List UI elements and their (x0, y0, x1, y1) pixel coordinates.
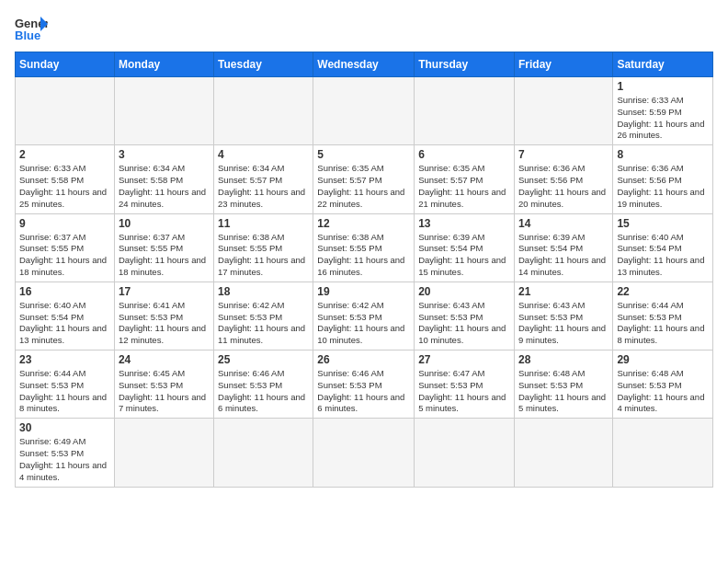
day-number: 6 (418, 148, 510, 161)
day-info: Sunrise: 6:40 AM Sunset: 5:54 PM Dayligh… (617, 232, 709, 279)
calendar-cell: 1Sunrise: 6:33 AM Sunset: 5:59 PM Daylig… (613, 77, 713, 145)
day-number: 19 (317, 285, 410, 298)
calendar-cell: 23Sunrise: 6:44 AM Sunset: 5:53 PM Dayli… (16, 350, 115, 419)
day-info: Sunrise: 6:39 AM Sunset: 5:54 PM Dayligh… (518, 232, 609, 279)
day-info: Sunrise: 6:41 AM Sunset: 5:53 PM Dayligh… (119, 300, 210, 347)
day-number: 5 (317, 148, 410, 161)
day-number: 10 (119, 217, 210, 230)
day-number: 13 (418, 217, 510, 230)
calendar-cell: 5Sunrise: 6:35 AM Sunset: 5:57 PM Daylig… (313, 145, 415, 213)
weekday-header-saturday: Saturday (613, 52, 713, 77)
day-info: Sunrise: 6:34 AM Sunset: 5:58 PM Dayligh… (119, 163, 210, 210)
calendar-cell: 14Sunrise: 6:39 AM Sunset: 5:54 PM Dayli… (514, 213, 612, 282)
calendar-cell (214, 77, 313, 145)
day-number: 11 (218, 217, 309, 230)
day-info: Sunrise: 6:43 AM Sunset: 5:53 PM Dayligh… (518, 300, 609, 347)
day-info: Sunrise: 6:38 AM Sunset: 5:55 PM Dayligh… (317, 232, 410, 279)
day-info: Sunrise: 6:37 AM Sunset: 5:55 PM Dayligh… (119, 232, 210, 279)
day-number: 17 (119, 285, 210, 298)
day-number: 15 (617, 217, 709, 230)
day-info: Sunrise: 6:46 AM Sunset: 5:53 PM Dayligh… (218, 368, 309, 415)
calendar-cell: 8Sunrise: 6:36 AM Sunset: 5:56 PM Daylig… (613, 145, 713, 213)
svg-text:Blue: Blue (15, 29, 40, 42)
day-number: 18 (218, 285, 309, 298)
calendar-cell (114, 77, 213, 145)
page-header: General Blue (15, 15, 713, 42)
day-info: Sunrise: 6:35 AM Sunset: 5:57 PM Dayligh… (317, 163, 410, 210)
day-number: 9 (19, 217, 110, 230)
calendar-cell: 26Sunrise: 6:46 AM Sunset: 5:53 PM Dayli… (313, 350, 415, 419)
calendar-cell: 15Sunrise: 6:40 AM Sunset: 5:54 PM Dayli… (613, 213, 713, 282)
day-info: Sunrise: 6:40 AM Sunset: 5:54 PM Dayligh… (19, 300, 110, 347)
calendar-cell: 19Sunrise: 6:42 AM Sunset: 5:53 PM Dayli… (313, 282, 415, 350)
day-number: 29 (617, 353, 709, 366)
calendar-week-3: 9Sunrise: 6:37 AM Sunset: 5:55 PM Daylig… (16, 213, 713, 282)
calendar-cell: 30Sunrise: 6:49 AM Sunset: 5:53 PM Dayli… (16, 419, 115, 487)
day-info: Sunrise: 6:34 AM Sunset: 5:57 PM Dayligh… (218, 163, 309, 210)
weekday-header-thursday: Thursday (415, 52, 515, 77)
calendar-week-6: 30Sunrise: 6:49 AM Sunset: 5:53 PM Dayli… (16, 419, 713, 487)
day-info: Sunrise: 6:42 AM Sunset: 5:53 PM Dayligh… (218, 300, 309, 347)
calendar-cell: 16Sunrise: 6:40 AM Sunset: 5:54 PM Dayli… (16, 282, 115, 350)
day-number: 28 (518, 353, 609, 366)
calendar-cell: 27Sunrise: 6:47 AM Sunset: 5:53 PM Dayli… (415, 350, 515, 419)
calendar-cell (214, 419, 313, 487)
day-number: 24 (119, 353, 210, 366)
calendar-cell: 2Sunrise: 6:33 AM Sunset: 5:58 PM Daylig… (16, 145, 115, 213)
logo-icon: General Blue (15, 15, 48, 42)
day-info: Sunrise: 6:44 AM Sunset: 5:53 PM Dayligh… (617, 300, 709, 347)
day-number: 30 (19, 421, 110, 434)
day-number: 4 (218, 148, 309, 161)
logo: General Blue (15, 15, 48, 42)
day-number: 16 (19, 285, 110, 298)
weekday-header-friday: Friday (514, 52, 612, 77)
calendar-cell: 29Sunrise: 6:48 AM Sunset: 5:53 PM Dayli… (613, 350, 713, 419)
day-info: Sunrise: 6:36 AM Sunset: 5:56 PM Dayligh… (518, 163, 609, 210)
calendar-cell: 11Sunrise: 6:38 AM Sunset: 5:55 PM Dayli… (214, 213, 313, 282)
calendar-cell: 20Sunrise: 6:43 AM Sunset: 5:53 PM Dayli… (415, 282, 515, 350)
calendar-week-1: 1Sunrise: 6:33 AM Sunset: 5:59 PM Daylig… (16, 77, 713, 145)
calendar-cell: 22Sunrise: 6:44 AM Sunset: 5:53 PM Dayli… (613, 282, 713, 350)
day-info: Sunrise: 6:48 AM Sunset: 5:53 PM Dayligh… (518, 368, 609, 415)
calendar-cell: 9Sunrise: 6:37 AM Sunset: 5:55 PM Daylig… (16, 213, 115, 282)
day-number: 23 (19, 353, 110, 366)
calendar-cell: 21Sunrise: 6:43 AM Sunset: 5:53 PM Dayli… (514, 282, 612, 350)
day-info: Sunrise: 6:46 AM Sunset: 5:53 PM Dayligh… (317, 368, 410, 415)
weekday-header-tuesday: Tuesday (214, 52, 313, 77)
day-info: Sunrise: 6:48 AM Sunset: 5:53 PM Dayligh… (617, 368, 709, 415)
calendar-cell (514, 77, 612, 145)
day-info: Sunrise: 6:45 AM Sunset: 5:53 PM Dayligh… (119, 368, 210, 415)
weekday-header-wednesday: Wednesday (313, 52, 415, 77)
day-info: Sunrise: 6:47 AM Sunset: 5:53 PM Dayligh… (418, 368, 510, 415)
calendar-cell (415, 77, 515, 145)
day-number: 1 (617, 80, 709, 93)
calendar-cell (613, 419, 713, 487)
day-number: 2 (19, 148, 110, 161)
day-number: 27 (418, 353, 510, 366)
calendar-cell (16, 77, 115, 145)
day-number: 22 (617, 285, 709, 298)
day-number: 26 (317, 353, 410, 366)
day-info: Sunrise: 6:43 AM Sunset: 5:53 PM Dayligh… (418, 300, 510, 347)
calendar-cell: 3Sunrise: 6:34 AM Sunset: 5:58 PM Daylig… (114, 145, 213, 213)
calendar-cell (313, 77, 415, 145)
day-info: Sunrise: 6:37 AM Sunset: 5:55 PM Dayligh… (19, 232, 110, 279)
calendar-cell: 18Sunrise: 6:42 AM Sunset: 5:53 PM Dayli… (214, 282, 313, 350)
calendar-header-row: SundayMondayTuesdayWednesdayThursdayFrid… (16, 52, 713, 77)
calendar-cell (313, 419, 415, 487)
calendar-week-2: 2Sunrise: 6:33 AM Sunset: 5:58 PM Daylig… (16, 145, 713, 213)
calendar-cell: 17Sunrise: 6:41 AM Sunset: 5:53 PM Dayli… (114, 282, 213, 350)
day-info: Sunrise: 6:39 AM Sunset: 5:54 PM Dayligh… (418, 232, 510, 279)
calendar-table: SundayMondayTuesdayWednesdayThursdayFrid… (15, 52, 713, 488)
day-number: 8 (617, 148, 709, 161)
calendar-cell: 7Sunrise: 6:36 AM Sunset: 5:56 PM Daylig… (514, 145, 612, 213)
day-info: Sunrise: 6:42 AM Sunset: 5:53 PM Dayligh… (317, 300, 410, 347)
day-number: 7 (518, 148, 609, 161)
day-number: 3 (119, 148, 210, 161)
calendar-cell (514, 419, 612, 487)
calendar-week-5: 23Sunrise: 6:44 AM Sunset: 5:53 PM Dayli… (16, 350, 713, 419)
day-number: 14 (518, 217, 609, 230)
day-info: Sunrise: 6:49 AM Sunset: 5:53 PM Dayligh… (19, 436, 110, 483)
day-info: Sunrise: 6:38 AM Sunset: 5:55 PM Dayligh… (218, 232, 309, 279)
calendar-cell: 10Sunrise: 6:37 AM Sunset: 5:55 PM Dayli… (114, 213, 213, 282)
